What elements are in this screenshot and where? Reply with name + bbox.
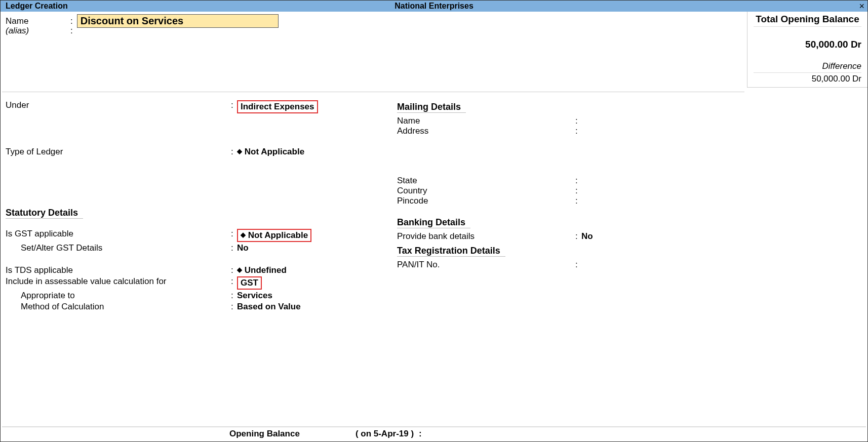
window-title-center: National Enterprises — [394, 2, 474, 11]
include-assessable-label: Include in assessable value calculation … — [6, 276, 231, 287]
content-area: Total Opening Balance 50,000.00 Dr Diffe… — [1, 12, 867, 441]
include-assessable-row: Include in assessable value calculation … — [6, 276, 396, 290]
set-alter-gst-value[interactable]: No — [237, 243, 396, 253]
method-of-calculation-value[interactable]: Based on Value — [237, 302, 396, 312]
under-value: Indirect Expenses — [241, 102, 314, 111]
statutory-section: Statutory Details — [6, 202, 396, 223]
opening-balance-date: ( on 5-Apr-19 ) — [356, 429, 414, 439]
banking-details-title: Banking Details — [397, 217, 470, 228]
pan-label: PAN/IT No. — [397, 260, 575, 270]
alias-row: (alias) : — [6, 26, 77, 36]
ledger-creation-window: Ledger Creation National Enterprises × T… — [0, 0, 868, 442]
under-label: Under — [6, 100, 231, 110]
diamond-icon: ◆ — [237, 266, 242, 273]
country-row: Country : — [397, 186, 741, 196]
mailing-details-title: Mailing Details — [397, 102, 466, 113]
include-assessable-value-field[interactable]: GST — [237, 276, 396, 290]
tax-registration-title: Tax Registration Details — [397, 246, 505, 257]
mailing-name-row: Name : — [397, 116, 741, 126]
under-value-field[interactable]: Indirect Expenses — [237, 100, 396, 113]
opening-balance-footer: Opening Balance ( on 5-Apr-19 ) : — [1, 428, 867, 440]
appropriate-to-value[interactable]: Services — [237, 291, 396, 301]
diamond-icon: ◆ — [241, 231, 246, 238]
provide-bank-label: Provide bank details — [397, 231, 575, 242]
tds-applicable-value[interactable]: ◆ Undefined — [237, 265, 396, 275]
name-input[interactable] — [77, 14, 279, 28]
mailing-name-value[interactable] — [581, 116, 741, 126]
total-opening-balance-label: Total Opening Balance — [754, 14, 861, 27]
difference-value: 50,000.00 Dr — [754, 74, 861, 84]
right-column: Mailing Details Name : Address : State :… — [397, 102, 741, 270]
set-alter-gst-label: Set/Alter GST Details — [6, 243, 231, 253]
title-bar: Ledger Creation National Enterprises × — [1, 1, 867, 12]
gst-applicable-value-field[interactable]: ◆ Not Applicable — [237, 229, 396, 242]
gst-applicable-row: Is GST applicable : ◆ Not Applicable — [6, 229, 396, 242]
left-column: Under : Indirect Expenses Type of Ledger… — [6, 100, 396, 313]
tds-applicable-label: Is TDS applicable — [6, 265, 231, 275]
alias-colon: : — [70, 26, 73, 36]
mailing-address-label: Address — [397, 126, 575, 136]
pincode-row: Pincode : — [397, 196, 741, 206]
mailing-address-row: Address : — [397, 126, 741, 136]
total-opening-balance-value: 50,000.00 Dr — [754, 30, 861, 54]
statutory-details-title: Statutory Details — [6, 208, 83, 219]
tds-applicable-row: Is TDS applicable : ◆ Undefined — [6, 265, 396, 275]
include-assessable-value: GST — [241, 278, 258, 288]
state-value[interactable] — [581, 176, 741, 186]
opening-balance-summary: Total Opening Balance 50,000.00 Dr Diffe… — [747, 12, 867, 88]
name-label: Name — [6, 16, 70, 26]
mailing-name-label: Name — [397, 116, 575, 126]
gst-applicable-value: Not Applicable — [248, 230, 308, 240]
method-of-calculation-row: Method of Calculation : Based on Value — [6, 302, 396, 312]
gst-applicable-highlight: ◆ Not Applicable — [237, 229, 311, 242]
footer-divider — [2, 426, 866, 427]
banking-section: Banking Details — [397, 217, 741, 231]
state-label: State — [397, 176, 575, 186]
pan-value[interactable] — [581, 260, 741, 270]
alias-label: (alias) — [6, 26, 70, 36]
pincode-value[interactable] — [581, 196, 741, 206]
under-highlight: Indirect Expenses — [237, 100, 318, 113]
provide-bank-value[interactable]: No — [581, 231, 741, 242]
country-value[interactable] — [581, 186, 741, 196]
type-of-ledger-row: Type of Ledger : ◆ Not Applicable — [6, 147, 396, 157]
mailing-address-value[interactable] — [581, 126, 741, 136]
name-colon: : — [70, 16, 73, 26]
include-assessable-highlight: GST — [237, 276, 262, 290]
window-title-left: Ledger Creation — [6, 2, 68, 11]
provide-bank-row: Provide bank details : No — [397, 231, 741, 242]
tax-section: Tax Registration Details — [397, 246, 741, 260]
appropriate-to-label: Appropriate to — [6, 291, 231, 301]
country-label: Country — [397, 186, 575, 196]
close-icon[interactable]: × — [859, 1, 864, 12]
type-of-ledger-value[interactable]: ◆ Not Applicable — [237, 147, 396, 157]
gst-applicable-label: Is GST applicable — [6, 229, 231, 239]
method-of-calculation-label: Method of Calculation — [6, 302, 231, 312]
set-alter-gst-row: Set/Alter GST Details : No — [6, 243, 396, 253]
diamond-icon: ◆ — [237, 147, 242, 155]
under-row: Under : Indirect Expenses — [6, 100, 396, 113]
pan-row: PAN/IT No. : — [397, 260, 741, 270]
state-row: State : — [397, 176, 741, 186]
appropriate-to-row: Appropriate to : Services — [6, 291, 396, 301]
mailing-section: Mailing Details — [397, 102, 741, 116]
opening-balance-colon: : — [419, 429, 422, 439]
type-of-ledger-label: Type of Ledger — [6, 147, 231, 157]
opening-balance-label: Opening Balance — [229, 429, 300, 439]
difference-label: Difference — [754, 54, 861, 73]
pincode-label: Pincode — [397, 196, 575, 206]
header-divider — [2, 92, 744, 92]
